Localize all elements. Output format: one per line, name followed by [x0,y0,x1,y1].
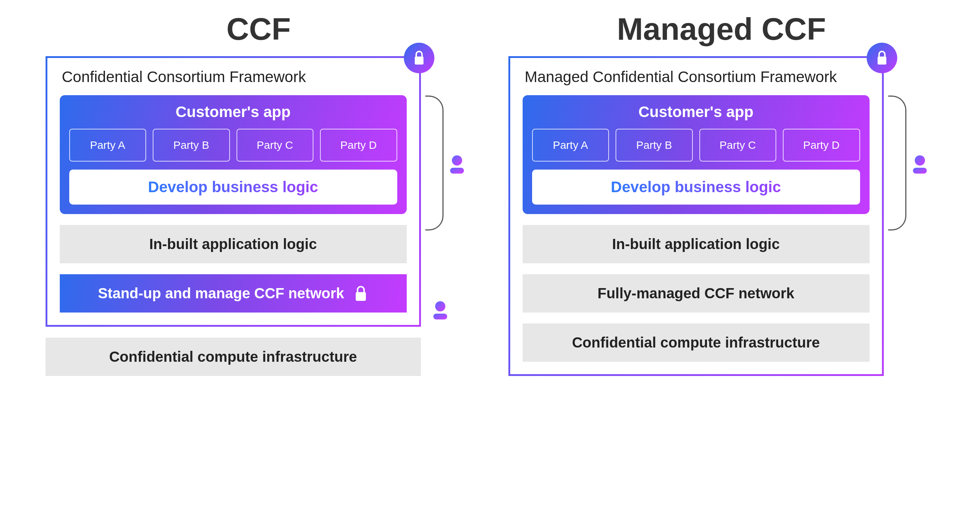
bracket-customer-app [888,96,906,230]
customer-app-box: Customer's app Party A Party B Party C P… [60,95,407,214]
svg-rect-1 [415,56,423,65]
svg-rect-8 [878,56,886,65]
lock-badge-icon [866,42,898,75]
bracket-customer-app [425,96,444,230]
ccf-column: CCF Confidential Consortium Framework [46,11,472,376]
managed-ccf-panel: Managed Confidential Consortium Framewor… [508,56,884,376]
party-a: Party A [532,129,609,161]
managed-ccf-column: Managed CCF Managed Confidential Consort… [508,11,935,376]
fully-managed-network: Fully-managed CCF network [523,274,870,313]
confidential-compute-infra: Confidential compute infrastructure [46,338,421,376]
lock-icon [353,286,368,301]
inbuilt-app-logic: In-built application logic [60,225,407,263]
party-d: Party D [783,129,860,161]
svg-rect-2 [356,292,366,301]
party-c: Party C [237,129,314,161]
managed-ccf-panel-title: Managed Confidential Consortium Framewor… [523,68,870,86]
confidential-compute-infra: Confidential compute infrastructure [523,324,870,362]
party-row: Party A Party B Party C Party D [69,129,397,161]
party-b: Party B [153,129,230,161]
svg-rect-4 [450,168,464,174]
svg-point-5 [435,301,445,311]
lock-badge-icon [403,42,435,75]
svg-point-3 [452,155,462,166]
customer-app-title: Customer's app [69,103,397,121]
standup-manage-network-label: Stand-up and manage CCF network [98,285,344,301]
standup-manage-network: Stand-up and manage CCF network [60,274,407,313]
svg-point-9 [915,155,925,166]
customer-app-box: Customer's app Party A Party B Party C P… [523,95,870,214]
party-d: Party D [320,129,397,161]
svg-rect-10 [913,168,927,174]
user-icon [432,300,449,322]
party-c: Party C [699,129,776,161]
user-icon [449,155,465,177]
svg-rect-6 [433,314,447,319]
ccf-panel: Confidential Consortium Framework Custom… [46,56,421,327]
ccf-panel-title: Confidential Consortium Framework [60,68,407,86]
customer-app-title: Customer's app [532,103,860,121]
party-b: Party B [616,129,693,161]
party-a: Party A [69,129,146,161]
user-icon [912,155,928,177]
inbuilt-app-logic: In-built application logic [523,225,870,263]
develop-business-logic: Develop business logic [69,169,397,204]
party-row: Party A Party B Party C Party D [532,129,860,161]
develop-business-logic: Develop business logic [532,169,860,204]
